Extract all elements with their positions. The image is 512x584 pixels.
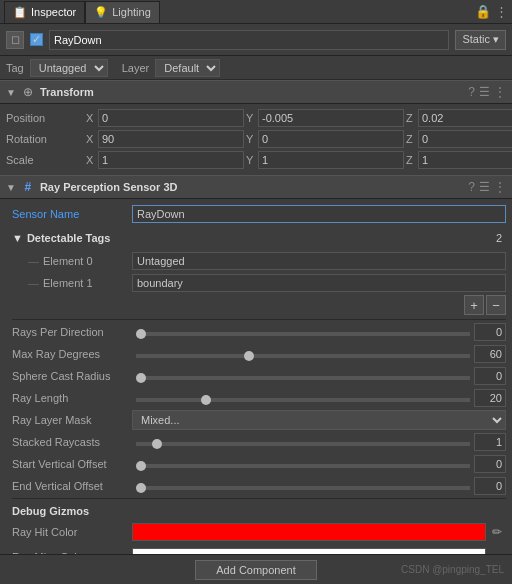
end-vertical-offset-row: End Vertical Offset 0 (12, 476, 506, 496)
position-y-input[interactable] (258, 109, 404, 127)
ray-settings-icon[interactable]: ☰ (479, 180, 490, 194)
ray-perception-section: Sensor Name ▼ Detectable Tags 2 — Elemen… (0, 199, 512, 575)
ray-section-header[interactable]: ▼ # Ray Perception Sensor 3D ? ☰ ⋮ (0, 175, 512, 199)
rotation-row: Rotation X Y Z (6, 129, 506, 149)
tab-lighting[interactable]: 💡 Lighting (85, 1, 160, 23)
ray-length-value: 20 (474, 389, 506, 407)
position-x-input[interactable] (98, 109, 244, 127)
transform-menu-icon[interactable]: ⋮ (494, 85, 506, 99)
object-icon: ◻ (6, 31, 24, 49)
add-remove-row: + − (12, 295, 506, 315)
max-ray-degrees-slider-wrapper (132, 348, 474, 360)
detectable-tags-label: ▼ Detectable Tags (12, 232, 496, 244)
object-header: ◻ ✓ RayDown Static ▾ (0, 24, 512, 56)
max-ray-degrees-value: 60 (474, 345, 506, 363)
transform-section-header[interactable]: ▼ ⊕ Transform ? ☰ ⋮ (0, 80, 512, 104)
rotation-label: Rotation (6, 133, 86, 145)
detectable-tags-arrow: ▼ (12, 232, 23, 244)
ray-hit-color-swatch[interactable] (132, 523, 486, 541)
layer-label: Layer (122, 62, 150, 74)
scale-z-input[interactable] (418, 151, 512, 169)
end-vertical-offset-slider[interactable] (136, 486, 470, 490)
sensor-name-input[interactable] (132, 205, 506, 223)
sensor-name-label: Sensor Name (12, 208, 132, 220)
element-1-label: — Element 1 (28, 277, 132, 289)
ray-section-title: Ray Perception Sensor 3D (40, 181, 464, 193)
tab-bar: 📋 Inspector 💡 Lighting 🔒 ⋮ (0, 0, 512, 24)
ray-hit-color-edit-icon[interactable]: ✏ (488, 523, 506, 541)
ray-layer-mask-label: Ray Layer Mask (12, 414, 132, 426)
position-x-item: X (86, 109, 244, 127)
element-1-input[interactable] (132, 274, 506, 292)
debug-gizmos-header: Debug Gizmos (12, 505, 506, 517)
start-vertical-offset-slider[interactable] (136, 464, 470, 468)
detectable-tags-header: ▼ Detectable Tags 2 (12, 227, 506, 249)
element-0-input[interactable] (132, 252, 506, 270)
lock-icon[interactable]: 🔒 (475, 4, 491, 19)
tab-inspector[interactable]: 📋 Inspector (4, 1, 85, 23)
scale-x-input[interactable] (98, 151, 244, 169)
rotation-z-input[interactable] (418, 130, 512, 148)
ray-help-icon[interactable]: ? (468, 180, 475, 194)
ray-arrow: ▼ (6, 182, 16, 193)
tag-select[interactable]: Untagged (30, 59, 108, 77)
ray-section-icons: ? ☰ ⋮ (468, 180, 506, 194)
max-ray-degrees-row: Max Ray Degrees 60 (12, 344, 506, 364)
tab-lighting-label: Lighting (112, 6, 151, 18)
rotation-x-item: X (86, 130, 244, 148)
stacked-raycasts-value: 1 (474, 433, 506, 451)
end-vertical-offset-slider-wrapper (132, 480, 474, 492)
position-z-input[interactable] (418, 109, 512, 127)
scale-row: Scale X Y Z (6, 150, 506, 170)
max-ray-degrees-slider[interactable] (136, 354, 470, 358)
stacked-raycasts-row: Stacked Raycasts 1 (12, 432, 506, 452)
tab-inspector-label: Inspector (31, 6, 76, 18)
rays-per-direction-slider[interactable] (136, 332, 470, 336)
sphere-cast-radius-label: Sphere Cast Radius (12, 370, 132, 382)
transform-settings-icon[interactable]: ☰ (479, 85, 490, 99)
stacked-raycasts-label: Stacked Raycasts (12, 436, 132, 448)
remove-element-button[interactable]: − (486, 295, 506, 315)
ray-layer-mask-select[interactable]: Mixed... (132, 410, 506, 430)
max-ray-degrees-label: Max Ray Degrees (12, 348, 132, 360)
detectable-tags-count: 2 (496, 232, 502, 244)
static-button[interactable]: Static ▾ (455, 30, 506, 50)
scale-x-item: X (86, 151, 244, 169)
stacked-raycasts-slider[interactable] (136, 442, 470, 446)
transform-title: Transform (40, 86, 464, 98)
layer-select[interactable]: Default (155, 59, 220, 77)
transform-section: Position X Y Z Rotation X Y (0, 104, 512, 175)
ray-section-icon: # (20, 179, 36, 195)
rotation-x-input[interactable] (98, 130, 244, 148)
ray-hit-color-label: Ray Hit Color (12, 526, 132, 538)
tag-layer-row: Tag Untagged Layer Default (0, 56, 512, 80)
lighting-icon: 💡 (94, 6, 108, 19)
element-0-label: — Element 0 (28, 255, 132, 267)
end-vertical-offset-label: End Vertical Offset (12, 480, 132, 492)
rotation-y-input[interactable] (258, 130, 404, 148)
scale-label: Scale (6, 154, 86, 166)
sphere-cast-radius-slider[interactable] (136, 376, 470, 380)
position-label: Position (6, 112, 86, 124)
rotation-xyz: X Y Z (86, 130, 512, 148)
ray-menu-icon[interactable]: ⋮ (494, 180, 506, 194)
rays-per-direction-row: Rays Per Direction 0 (12, 322, 506, 342)
menu-icon[interactable]: ⋮ (495, 4, 508, 19)
divider-1 (12, 319, 506, 320)
transform-section-icons: ? ☰ ⋮ (468, 85, 506, 99)
start-vertical-offset-label: Start Vertical Offset (12, 458, 132, 470)
transform-help-icon[interactable]: ? (468, 85, 475, 99)
add-component-button[interactable]: Add Component (195, 560, 317, 580)
object-name-input[interactable]: RayDown (49, 30, 449, 50)
tag-label: Tag (6, 62, 24, 74)
active-checkbox[interactable]: ✓ (30, 33, 43, 46)
element-0-row: — Element 0 (12, 251, 506, 271)
rays-per-direction-value: 0 (474, 323, 506, 341)
start-vertical-offset-row: Start Vertical Offset 0 (12, 454, 506, 474)
position-row: Position X Y Z (6, 108, 506, 128)
end-vertical-offset-value: 0 (474, 477, 506, 495)
ray-length-slider[interactable] (136, 398, 470, 402)
add-element-button[interactable]: + (464, 295, 484, 315)
ray-length-row: Ray Length 20 (12, 388, 506, 408)
scale-y-input[interactable] (258, 151, 404, 169)
